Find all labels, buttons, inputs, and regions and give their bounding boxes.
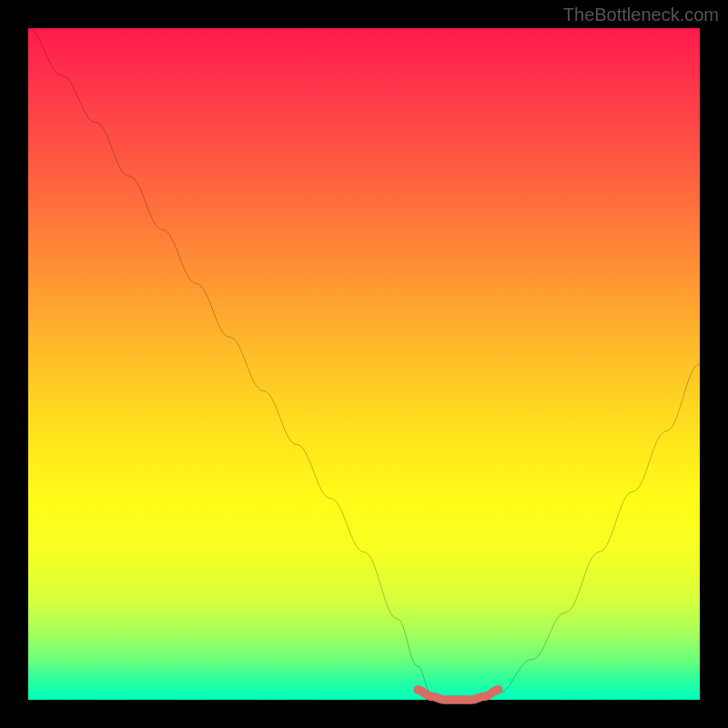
chart-svg — [28, 28, 700, 700]
sweet-spot-segment — [418, 690, 499, 700]
chart-container: TheBottleneck.com — [0, 0, 728, 728]
plot-area — [28, 28, 700, 700]
bottleneck-curve — [28, 28, 700, 700]
watermark-label: TheBottleneck.com — [563, 5, 719, 25]
